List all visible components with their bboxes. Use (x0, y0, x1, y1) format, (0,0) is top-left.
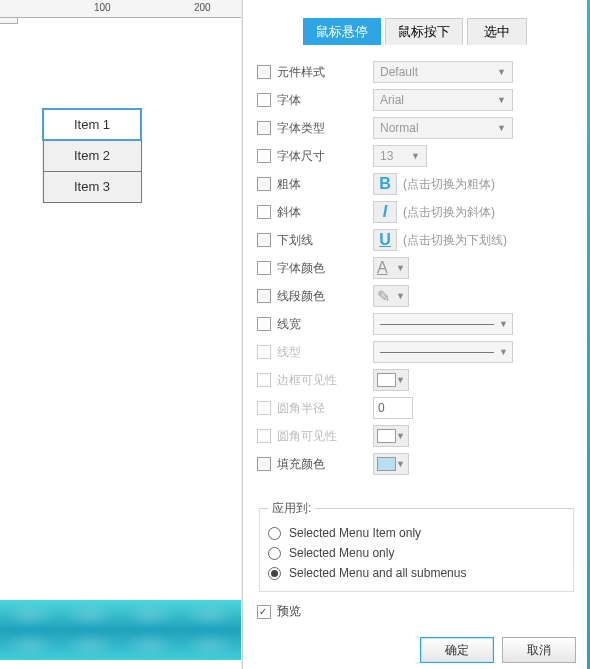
chk-corner-radius[interactable] (257, 401, 271, 415)
tab-hover[interactable]: 鼠标悬停 (303, 18, 381, 45)
chevron-down-icon: ▼ (497, 123, 506, 133)
lbl-corner-vis: 圆角可见性 (277, 428, 373, 445)
chevron-down-icon: ▼ (499, 319, 508, 329)
pick-font-color[interactable]: A▼ (373, 257, 409, 279)
lbl-border-vis: 边框可见性 (277, 372, 373, 389)
lbl-font: 字体 (277, 92, 373, 109)
ruler-mark-100: 100 (94, 2, 111, 13)
chk-font-size[interactable] (257, 149, 271, 163)
radio-item-only[interactable] (268, 527, 281, 540)
lbl-bold: 粗体 (277, 176, 373, 193)
cancel-button[interactable]: 取消 (502, 637, 576, 663)
pencil-icon: ✎ (377, 287, 390, 306)
chevron-down-icon: ▼ (497, 67, 506, 77)
lbl-font-size: 字体尺寸 (277, 148, 373, 165)
canvas-area: 100 200 Item 1 Item 2 Item 3 (0, 0, 242, 669)
lbl-corner-radius: 圆角半径 (277, 400, 373, 417)
lbl-italic: 斜体 (277, 204, 373, 221)
pick-line-color[interactable]: ✎▼ (373, 285, 409, 307)
chk-line-width[interactable] (257, 317, 271, 331)
chk-font-type[interactable] (257, 121, 271, 135)
tab-mousedown[interactable]: 鼠标按下 (385, 18, 463, 45)
apply-to-group: 应用到: Selected Menu Item only Selected Me… (259, 500, 574, 592)
properties-panel: 鼠标悬停 鼠标按下 选中 元件样式 Default▼ 字体 Arial▼ 字体类… (242, 0, 590, 669)
preview-row: 预览 (257, 603, 301, 620)
sel-font-size[interactable]: 13▼ (373, 145, 427, 167)
ok-button[interactable]: 确定 (420, 637, 494, 663)
chk-preview[interactable] (257, 605, 271, 619)
chevron-down-icon: ▼ (396, 291, 405, 301)
chk-corner-vis[interactable] (257, 429, 271, 443)
pick-border-vis[interactable]: ▼ (373, 369, 409, 391)
chk-font-color[interactable] (257, 261, 271, 275)
pick-corner-vis[interactable]: ▼ (373, 425, 409, 447)
chk-border-vis[interactable] (257, 373, 271, 387)
chevron-down-icon: ▼ (499, 347, 508, 357)
hint-underline: (点击切换为下划线) (403, 232, 507, 249)
lbl-line-width: 线宽 (277, 316, 373, 333)
swatch-fill (377, 457, 396, 471)
apply-legend: 应用到: (268, 500, 315, 517)
swatch-corner (377, 429, 396, 443)
lbl-line-style: 线型 (277, 344, 373, 361)
lbl-underline: 下划线 (277, 232, 373, 249)
radio-menu-only[interactable] (268, 547, 281, 560)
chevron-down-icon: ▼ (396, 431, 405, 441)
sel-widget-style[interactable]: Default▼ (373, 61, 513, 83)
menu-item-1[interactable]: Item 1 (43, 109, 141, 140)
chk-underline[interactable] (257, 233, 271, 247)
hint-italic: (点击切换为斜体) (403, 204, 495, 221)
menu-item-2[interactable]: Item 2 (43, 140, 141, 171)
ruler-mark-200: 200 (194, 2, 211, 13)
chevron-down-icon: ▼ (396, 459, 405, 469)
btn-underline-toggle[interactable]: U (373, 229, 397, 251)
chevron-down-icon: ▼ (411, 151, 420, 161)
sel-line-style[interactable]: ▼ (373, 341, 513, 363)
chk-line-color[interactable] (257, 289, 271, 303)
lbl-font-color: 字体颜色 (277, 260, 373, 277)
chk-fill-color[interactable] (257, 457, 271, 471)
pick-fill-color[interactable]: ▼ (373, 453, 409, 475)
lbl-preview: 预览 (277, 603, 301, 620)
radio-menu-and-subs[interactable] (268, 567, 281, 580)
lbl-line-color: 线段颜色 (277, 288, 373, 305)
chevron-down-icon: ▼ (396, 263, 405, 273)
menu-item-3[interactable]: Item 3 (43, 171, 141, 202)
sel-font-type[interactable]: Normal▼ (373, 117, 513, 139)
sel-line-width[interactable]: ▼ (373, 313, 513, 335)
lbl-font-type: 字体类型 (277, 120, 373, 137)
chk-line-style[interactable] (257, 345, 271, 359)
chevron-down-icon: ▼ (396, 375, 405, 385)
horizontal-ruler: 100 200 (0, 0, 242, 18)
sel-font[interactable]: Arial▼ (373, 89, 513, 111)
btn-italic-toggle[interactable]: I (373, 201, 397, 223)
inp-corner-radius[interactable] (373, 397, 413, 419)
menu-widget[interactable]: Item 1 Item 2 Item 3 (42, 108, 142, 203)
hint-bold: (点击切换为粗体) (403, 176, 495, 193)
vertical-ruler (0, 18, 18, 24)
chk-widget-style[interactable] (257, 65, 271, 79)
btn-bold-toggle[interactable]: B (373, 173, 397, 195)
dialog-buttons: 确定 取消 (420, 637, 576, 663)
properties-list: 元件样式 Default▼ 字体 Arial▼ 字体类型 Normal▼ 字体尺… (257, 58, 576, 478)
chk-italic[interactable] (257, 205, 271, 219)
tab-selected[interactable]: 选中 (467, 18, 527, 45)
chk-font[interactable] (257, 93, 271, 107)
swatch-border (377, 373, 396, 387)
state-tabs: 鼠标悬停 鼠标按下 选中 (303, 18, 531, 45)
chevron-down-icon: ▼ (497, 95, 506, 105)
chk-bold[interactable] (257, 177, 271, 191)
lbl-fill-color: 填充颜色 (277, 456, 373, 473)
lbl-widget-style: 元件样式 (277, 64, 373, 81)
